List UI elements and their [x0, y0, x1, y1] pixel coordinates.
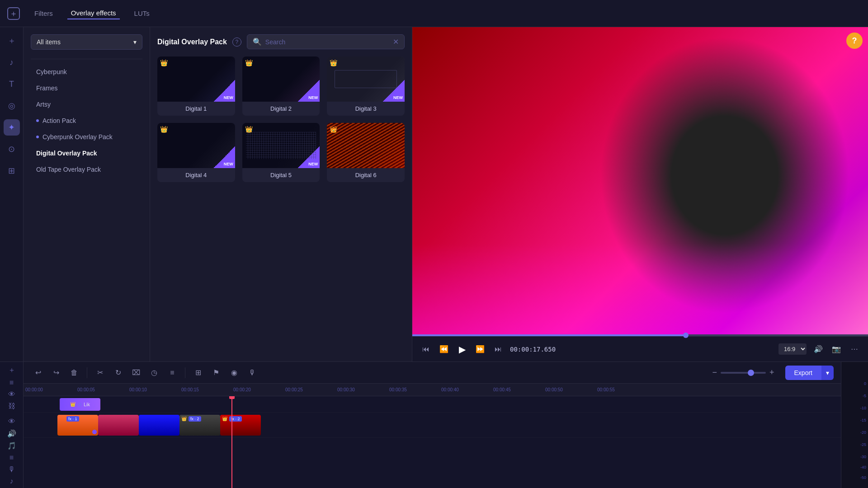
timeline-tracks-icon[interactable]: ≡	[5, 454, 18, 462]
glitch-overlay	[412, 244, 868, 336]
ruler-mark-7: 00:00:35	[387, 387, 439, 392]
clear-search-icon[interactable]: ✕	[393, 38, 399, 46]
add-button[interactable]: ＋	[7, 7, 20, 20]
skip-end-button[interactable]: ⏭	[492, 343, 505, 356]
color-button[interactable]: ◉	[227, 366, 241, 380]
timeline-link-icon[interactable]: ⛓	[5, 402, 18, 410]
ruler-mark-11: 00:00:55	[595, 387, 647, 392]
vol-10: -10	[841, 406, 866, 410]
category-frames[interactable]: Frames	[31, 81, 142, 95]
play-pause-button[interactable]: ▶	[456, 343, 468, 356]
action-pack-label: Action Pack	[42, 117, 76, 124]
all-items-dropdown[interactable]: All items ▾	[31, 34, 142, 50]
video-clip-4[interactable]: 👑 fx · 2	[179, 415, 220, 436]
zoom-minus-label[interactable]: −	[712, 368, 717, 377]
icon-sidebar: ＋ ♪ T ◎ ✦ ⊙ ⊞	[0, 27, 24, 361]
effect-name-digital6: Digital 6	[327, 168, 405, 182]
search-input[interactable]	[265, 38, 389, 46]
ruler-mark-5: 00:00:25	[283, 387, 335, 392]
crown-icon-d5: 👑	[245, 126, 253, 133]
video-clip-3[interactable]	[139, 415, 179, 436]
export-dropdown-button[interactable]: ▾	[821, 366, 834, 380]
ruler-mark-6: 00:00:30	[335, 387, 387, 392]
ruler-mark-4: 00:00:20	[231, 387, 283, 392]
help-button[interactable]: ?	[846, 33, 863, 49]
effects-grid: 👑 NEW Digital 1 👑 NEW Digital 2	[157, 56, 405, 182]
new-label-d5: NEW	[308, 162, 318, 166]
timeline-eye2-icon[interactable]: 👁	[5, 418, 18, 426]
crop-button[interactable]: ⌧	[129, 366, 143, 380]
timeline-settings-icon[interactable]: ≡	[5, 379, 18, 387]
rotate-button[interactable]: ↻	[111, 366, 125, 380]
timeline-eye-icon[interactable]: 👁	[5, 390, 18, 399]
vol-25: -25	[841, 443, 866, 447]
sidebar-music-btn[interactable]: ♪	[4, 54, 20, 70]
vol-50: -50	[841, 476, 866, 480]
zoom-plus-label[interactable]: +	[769, 368, 774, 377]
category-digital-overlay[interactable]: Digital Overlay Pack	[31, 146, 142, 160]
sidebar-text-btn[interactable]: T	[4, 76, 20, 92]
category-cyberpunk-overlay[interactable]: Cyberpunk Overlay Pack	[31, 130, 142, 144]
adjust-button[interactable]: ≡	[165, 366, 179, 380]
step-back-button[interactable]: ⏪	[438, 343, 450, 356]
sidebar-mask-btn[interactable]: ⊙	[4, 141, 20, 157]
timeline-audio-icon[interactable]: 🎵	[5, 441, 18, 450]
category-old-tape[interactable]: Old Tape Overlay Pack	[31, 162, 142, 177]
effect-card-digital4[interactable]: 👑 NEW Digital 4	[157, 123, 235, 182]
new-badge-d3: NEW	[383, 80, 405, 102]
skip-start-button[interactable]: ⏮	[420, 343, 432, 356]
timeline-add-track-button[interactable]: ＋	[5, 366, 18, 375]
effect-card-digital2[interactable]: 👑 NEW Digital 2	[242, 56, 320, 116]
sidebar-shapes-btn[interactable]: ◎	[4, 98, 20, 114]
video-progress-bar[interactable]	[412, 334, 868, 336]
flag-button[interactable]: ⚑	[209, 366, 223, 380]
undo-button[interactable]: ↩	[31, 366, 45, 380]
timeline-left-controls: ＋ ≡ 👁 ⛓ 👁 🔊 🎵 ≡ 🎙 ♪ ⛓	[0, 362, 24, 488]
effect-track-item-like[interactable]: 👑 ⊙ Lik	[60, 398, 100, 411]
video-progress-dot	[683, 333, 689, 338]
zoom-slider[interactable]	[721, 372, 766, 374]
timeline-volume-icon[interactable]: 🔊	[5, 429, 18, 438]
timeline-ruler: 00:00:00 00:00:05 00:00:10 00:00:15 00:0…	[24, 384, 841, 396]
step-forward-button[interactable]: ⏩	[474, 343, 486, 356]
video-clip-1[interactable]: fx · 1	[57, 415, 98, 436]
info-icon[interactable]: ?	[232, 38, 241, 47]
more-options-icon[interactable]: ⋯	[848, 343, 861, 356]
timeline-area: ＋ ≡ 👁 ⛓ 👁 🔊 🎵 ≡ 🎙 ♪ ⛓ ↩ ↪ 🗑 ✂ ↻ ⌧ ◷ ≡ ⊞ …	[0, 361, 868, 488]
tab-overlay-effects[interactable]: Overlay effects	[67, 7, 120, 19]
category-action-pack[interactable]: Action Pack	[31, 113, 142, 128]
delete-button[interactable]: 🗑	[67, 366, 81, 380]
video-clip-2[interactable]	[98, 415, 139, 436]
effect-card-digital5[interactable]: 👑 NEW Digital 5	[242, 123, 320, 182]
tab-filters[interactable]: Filters	[31, 8, 57, 19]
effect-name-digital5: Digital 5	[242, 168, 320, 182]
effect-thumb-digital1: 👑 NEW	[157, 56, 235, 102]
timeline-mic-icon[interactable]: 🎙	[5, 465, 18, 474]
effect-card-digital1[interactable]: 👑 NEW Digital 1	[157, 56, 235, 116]
export-button[interactable]: Export	[785, 366, 821, 380]
sidebar-grid-btn[interactable]: ⊞	[4, 163, 20, 179]
category-artsy[interactable]: Artsy	[31, 97, 142, 112]
timeline-playhead[interactable]	[231, 396, 232, 488]
video-clip-5[interactable]: 👑 fx · 2	[220, 415, 261, 436]
cut-button[interactable]: ✂	[93, 366, 107, 380]
volume-icon[interactable]: 🔊	[812, 343, 825, 356]
audio-record-button[interactable]: 🎙	[245, 366, 259, 380]
sidebar-effects-btn[interactable]: ✦	[4, 119, 20, 136]
tab-luts[interactable]: LUTs	[131, 8, 153, 19]
ruler-mark-10: 00:00:50	[543, 387, 595, 392]
speed-button[interactable]: ◷	[147, 366, 161, 380]
effect-card-digital3[interactable]: 👑 NEW Digital 3	[327, 56, 405, 116]
aspect-ratio-select[interactable]: 16:9 4:3 1:1 9:16	[778, 343, 807, 355]
category-cyberpunk[interactable]: Cyberpunk	[31, 65, 142, 79]
new-label-d1: NEW	[224, 95, 233, 100]
panel-area: All items ▾ Cyberpunk Frames Artsy Actio…	[24, 27, 412, 361]
screenshot-icon[interactable]: 📷	[830, 343, 843, 356]
effect-thumb-digital6: 👑	[327, 123, 405, 168]
redo-button[interactable]: ↪	[49, 366, 63, 380]
timeline-music-icon[interactable]: ♪	[5, 477, 18, 485]
media-button[interactable]: ⊞	[191, 366, 205, 380]
sidebar-add-btn[interactable]: ＋	[4, 33, 20, 49]
effect-thumb-digital5: 👑 NEW	[242, 123, 320, 168]
effect-card-digital6[interactable]: 👑 Digital 6	[327, 123, 405, 182]
